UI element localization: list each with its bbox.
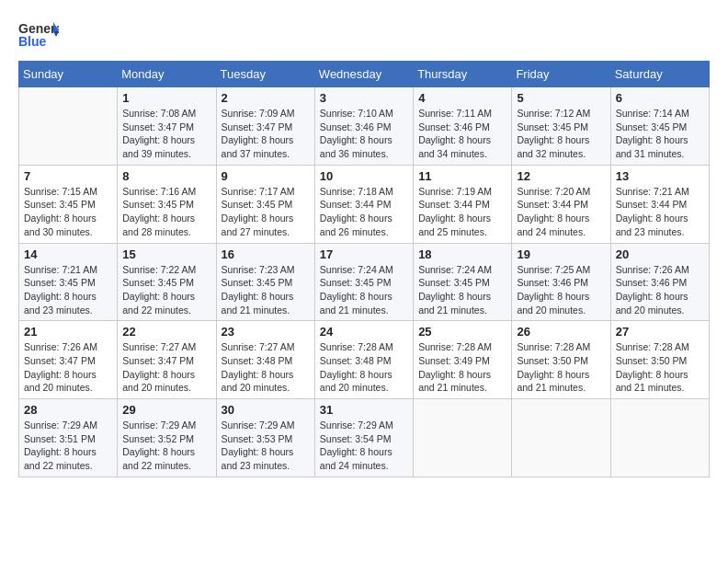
day-info: Sunrise: 7:24 AM Sunset: 3:45 PM Dayligh…	[418, 263, 506, 317]
day-info: Sunrise: 7:21 AM Sunset: 3:45 PM Dayligh…	[24, 263, 112, 317]
day-number: 30	[222, 403, 310, 417]
day-info: Sunrise: 7:26 AM Sunset: 3:46 PM Dayligh…	[616, 263, 704, 317]
calendar-cell	[610, 399, 709, 477]
day-number: 23	[222, 325, 310, 339]
calendar-cell: 3Sunrise: 7:10 AM Sunset: 3:46 PM Daylig…	[314, 87, 413, 166]
calendar-cell: 8Sunrise: 7:16 AM Sunset: 3:45 PM Daylig…	[118, 165, 216, 243]
weekday-header-friday: Friday	[512, 62, 610, 87]
day-number: 31	[320, 403, 408, 417]
calendar-cell: 16Sunrise: 7:23 AM Sunset: 3:45 PM Dayli…	[216, 243, 314, 321]
day-info: Sunrise: 7:26 AM Sunset: 3:47 PM Dayligh…	[24, 340, 112, 395]
weekday-header-saturday: Saturday	[610, 62, 709, 87]
day-info: Sunrise: 7:14 AM Sunset: 3:45 PM Dayligh…	[616, 107, 704, 161]
calendar-cell: 25Sunrise: 7:28 AM Sunset: 3:49 PM Dayli…	[414, 321, 512, 399]
calendar-cell: 29Sunrise: 7:29 AM Sunset: 3:52 PM Dayli…	[118, 399, 216, 477]
calendar-cell	[19, 87, 118, 166]
weekday-header-sunday: Sunday	[19, 62, 118, 87]
day-number: 18	[418, 247, 506, 261]
calendar-header: SundayMondayTuesdayWednesdayThursdayFrid…	[19, 62, 710, 87]
day-number: 7	[24, 169, 112, 183]
day-number: 25	[418, 325, 506, 339]
day-number: 28	[24, 403, 112, 417]
day-number: 13	[616, 169, 704, 183]
day-info: Sunrise: 7:16 AM Sunset: 3:45 PM Dayligh…	[122, 185, 210, 239]
calendar-cell: 1Sunrise: 7:08 AM Sunset: 3:47 PM Daylig…	[118, 87, 216, 166]
page-header: General Blue	[18, 18, 710, 52]
weekday-header-tuesday: Tuesday	[216, 62, 314, 87]
day-number: 15	[122, 247, 210, 261]
day-info: Sunrise: 7:29 AM Sunset: 3:51 PM Dayligh…	[24, 419, 112, 473]
day-info: Sunrise: 7:28 AM Sunset: 3:49 PM Dayligh…	[418, 340, 506, 395]
day-info: Sunrise: 7:08 AM Sunset: 3:47 PM Dayligh…	[122, 107, 210, 161]
calendar-cell: 12Sunrise: 7:20 AM Sunset: 3:44 PM Dayli…	[512, 165, 610, 243]
day-number: 12	[517, 169, 605, 183]
day-info: Sunrise: 7:29 AM Sunset: 3:54 PM Dayligh…	[320, 419, 408, 473]
day-info: Sunrise: 7:27 AM Sunset: 3:47 PM Dayligh…	[122, 340, 210, 395]
day-number: 11	[418, 169, 506, 183]
day-number: 24	[320, 325, 408, 339]
day-info: Sunrise: 7:11 AM Sunset: 3:46 PM Dayligh…	[418, 107, 506, 161]
day-info: Sunrise: 7:21 AM Sunset: 3:44 PM Dayligh…	[616, 185, 704, 239]
calendar-cell: 9Sunrise: 7:17 AM Sunset: 3:45 PM Daylig…	[216, 165, 314, 243]
day-number: 22	[122, 325, 210, 339]
day-info: Sunrise: 7:28 AM Sunset: 3:50 PM Dayligh…	[517, 340, 605, 395]
day-info: Sunrise: 7:20 AM Sunset: 3:44 PM Dayligh…	[517, 185, 605, 239]
weekday-header-wednesday: Wednesday	[314, 62, 413, 87]
day-number: 10	[320, 169, 408, 183]
day-number: 6	[616, 91, 704, 105]
day-number: 8	[122, 169, 210, 183]
day-info: Sunrise: 7:22 AM Sunset: 3:45 PM Dayligh…	[122, 263, 210, 317]
weekday-header-thursday: Thursday	[414, 62, 512, 87]
calendar-cell: 24Sunrise: 7:28 AM Sunset: 3:48 PM Dayli…	[314, 321, 413, 399]
day-info: Sunrise: 7:24 AM Sunset: 3:45 PM Dayligh…	[320, 263, 408, 317]
calendar-cell: 27Sunrise: 7:28 AM Sunset: 3:50 PM Dayli…	[610, 321, 709, 399]
calendar-cell: 14Sunrise: 7:21 AM Sunset: 3:45 PM Dayli…	[19, 243, 118, 321]
day-number: 2	[222, 91, 310, 105]
calendar-cell: 28Sunrise: 7:29 AM Sunset: 3:51 PM Dayli…	[19, 399, 118, 477]
calendar-cell: 11Sunrise: 7:19 AM Sunset: 3:44 PM Dayli…	[414, 165, 512, 243]
calendar-cell: 6Sunrise: 7:14 AM Sunset: 3:45 PM Daylig…	[610, 87, 709, 166]
logo: General Blue	[18, 18, 59, 52]
calendar-cell: 18Sunrise: 7:24 AM Sunset: 3:45 PM Dayli…	[414, 243, 512, 321]
calendar-cell: 20Sunrise: 7:26 AM Sunset: 3:46 PM Dayli…	[610, 243, 709, 321]
day-info: Sunrise: 7:19 AM Sunset: 3:44 PM Dayligh…	[418, 185, 506, 239]
day-number: 19	[517, 247, 605, 261]
day-number: 21	[24, 325, 112, 339]
day-info: Sunrise: 7:18 AM Sunset: 3:44 PM Dayligh…	[320, 185, 408, 239]
day-number: 16	[222, 247, 310, 261]
day-info: Sunrise: 7:27 AM Sunset: 3:48 PM Dayligh…	[222, 340, 310, 395]
day-info: Sunrise: 7:15 AM Sunset: 3:45 PM Dayligh…	[24, 185, 112, 239]
day-info: Sunrise: 7:12 AM Sunset: 3:45 PM Dayligh…	[517, 107, 605, 161]
calendar-cell: 4Sunrise: 7:11 AM Sunset: 3:46 PM Daylig…	[414, 87, 512, 166]
svg-text:Blue: Blue	[18, 34, 47, 49]
day-number: 4	[418, 91, 506, 105]
day-info: Sunrise: 7:23 AM Sunset: 3:45 PM Dayligh…	[222, 263, 310, 317]
day-number: 27	[616, 325, 704, 339]
calendar-table: SundayMondayTuesdayWednesdayThursdayFrid…	[18, 61, 710, 477]
calendar-cell: 10Sunrise: 7:18 AM Sunset: 3:44 PM Dayli…	[314, 165, 413, 243]
calendar-cell: 31Sunrise: 7:29 AM Sunset: 3:54 PM Dayli…	[314, 399, 413, 477]
calendar-cell: 15Sunrise: 7:22 AM Sunset: 3:45 PM Dayli…	[118, 243, 216, 321]
day-info: Sunrise: 7:28 AM Sunset: 3:48 PM Dayligh…	[320, 340, 408, 395]
calendar-cell: 17Sunrise: 7:24 AM Sunset: 3:45 PM Dayli…	[314, 243, 413, 321]
calendar-cell	[414, 399, 512, 477]
weekday-header-monday: Monday	[118, 62, 216, 87]
calendar-cell: 5Sunrise: 7:12 AM Sunset: 3:45 PM Daylig…	[512, 87, 610, 166]
day-number: 20	[616, 247, 704, 261]
calendar-cell: 26Sunrise: 7:28 AM Sunset: 3:50 PM Dayli…	[512, 321, 610, 399]
day-info: Sunrise: 7:17 AM Sunset: 3:45 PM Dayligh…	[222, 185, 310, 239]
day-number: 1	[122, 91, 210, 105]
day-number: 5	[517, 91, 605, 105]
day-info: Sunrise: 7:25 AM Sunset: 3:46 PM Dayligh…	[517, 263, 605, 317]
calendar-cell	[512, 399, 610, 477]
calendar-cell: 19Sunrise: 7:25 AM Sunset: 3:46 PM Dayli…	[512, 243, 610, 321]
day-number: 17	[320, 247, 408, 261]
day-info: Sunrise: 7:29 AM Sunset: 3:52 PM Dayligh…	[122, 419, 210, 473]
day-info: Sunrise: 7:28 AM Sunset: 3:50 PM Dayligh…	[616, 340, 704, 395]
day-info: Sunrise: 7:10 AM Sunset: 3:46 PM Dayligh…	[320, 107, 408, 161]
day-number: 26	[517, 325, 605, 339]
day-info: Sunrise: 7:29 AM Sunset: 3:53 PM Dayligh…	[222, 419, 310, 473]
day-number: 9	[222, 169, 310, 183]
day-number: 29	[122, 403, 210, 417]
day-number: 14	[24, 247, 112, 261]
